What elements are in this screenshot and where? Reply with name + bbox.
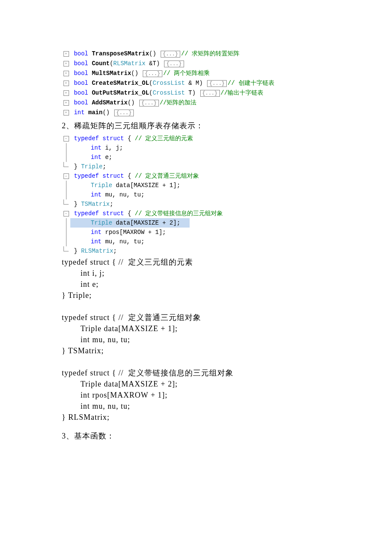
collapsed-body[interactable]: {...} <box>200 90 220 97</box>
plus-icon[interactable]: + <box>63 90 69 96</box>
section-heading-2: 2、稀疏矩阵的三元组顺序表存储表示： <box>62 120 330 131</box>
struct-rlsmatrix-block: − typedef struct { // 定义带链接信息的三元组对象 Trip… <box>62 209 330 256</box>
plus-icon[interactable]: + <box>63 71 69 76</box>
section-heading-3: 3、基本函数： <box>62 430 330 441</box>
plus-icon[interactable]: + <box>63 100 69 106</box>
collapsed-body[interactable]: {...} <box>114 110 134 116</box>
collapsed-body[interactable]: {...} <box>139 100 159 107</box>
minus-icon[interactable]: − <box>63 136 69 141</box>
collapsed-body[interactable]: {...} <box>143 70 162 77</box>
collapsed-body[interactable]: {...} <box>207 80 227 87</box>
plus-icon[interactable]: + <box>63 51 69 57</box>
plus-icon[interactable]: + <box>63 81 69 86</box>
plain-code-text: typedef struct { // 定义三元组的元素 int i, j; i… <box>62 257 330 423</box>
plus-icon[interactable]: + <box>63 61 69 66</box>
minus-icon[interactable]: − <box>63 211 69 216</box>
struct-tsmatrix-block: − typedef struct { // 定义普通三元组对象 Triple d… <box>62 171 330 209</box>
collapsed-body[interactable]: {...} <box>164 61 184 67</box>
collapsed-body[interactable]: {...} <box>161 51 180 58</box>
folded-functions-block: + bool TransposeSMatrix() {...}// 求矩阵的转置… <box>62 49 330 118</box>
struct-triple-block: − typedef struct { // 定义三元组的元素 int i, j;… <box>62 134 330 171</box>
plus-icon[interactable]: + <box>63 110 69 115</box>
minus-icon[interactable]: − <box>63 173 69 179</box>
